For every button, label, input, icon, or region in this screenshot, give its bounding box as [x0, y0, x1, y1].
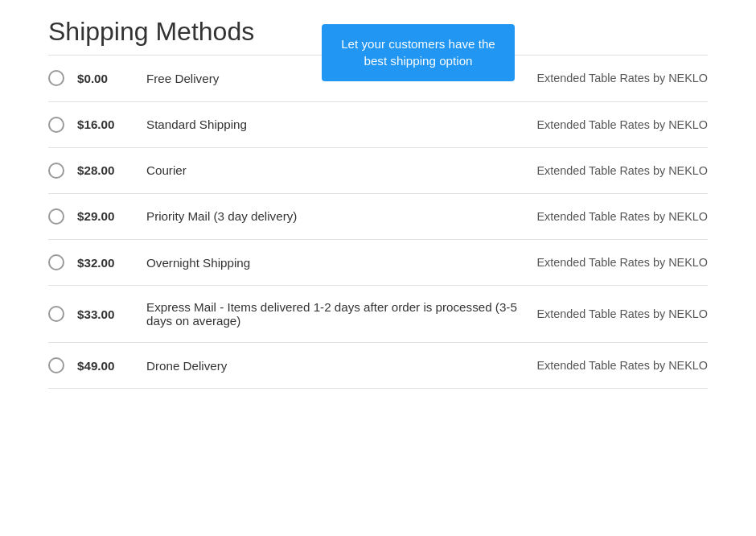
shipping-price: $33.00: [77, 307, 134, 321]
shipping-price: $32.00: [77, 256, 134, 270]
shipping-radio[interactable]: [48, 70, 64, 86]
shipping-name: Overnight Shipping: [146, 256, 536, 270]
shipping-name: Priority Mail (3 day delivery): [146, 209, 536, 223]
shipping-provider: Extended Table Rates by NEKLO: [536, 306, 708, 322]
shipping-price: $28.00: [77, 163, 134, 177]
shipping-radio[interactable]: [48, 357, 64, 373]
shipping-name: Courier: [146, 163, 536, 177]
shipping-name: Standard Shipping: [146, 118, 536, 131]
shipping-row: $16.00Standard ShippingExtended Table Ra…: [48, 102, 708, 148]
shipping-provider: Extended Table Rates by NEKLO: [536, 254, 708, 270]
shipping-list: $0.00Free DeliveryExtended Table Rates b…: [48, 55, 708, 389]
shipping-price: $0.00: [77, 72, 134, 85]
shipping-radio[interactable]: [48, 306, 64, 322]
shipping-price: $29.00: [77, 209, 134, 223]
shipping-radio[interactable]: [48, 208, 64, 225]
shipping-radio[interactable]: [48, 254, 64, 270]
shipping-provider: Extended Table Rates by NEKLO: [536, 163, 708, 179]
shipping-provider: Extended Table Rates by NEKLO: [536, 117, 708, 133]
shipping-provider: Extended Table Rates by NEKLO: [536, 357, 708, 373]
shipping-radio[interactable]: [48, 163, 64, 179]
shipping-row: $28.00CourierExtended Table Rates by NEK…: [48, 148, 708, 194]
shipping-price: $49.00: [77, 359, 134, 373]
shipping-name: Express Mail - Items delivered 1-2 days …: [146, 300, 536, 328]
page-title: Shipping Methods: [48, 16, 254, 47]
shipping-provider: Extended Table Rates by NEKLO: [536, 70, 708, 86]
shipping-row: $29.00Priority Mail (3 day delivery)Exte…: [48, 194, 708, 240]
shipping-row: $32.00Overnight ShippingExtended Table R…: [48, 240, 708, 286]
page-header: Shipping Methods Let your customers have…: [48, 16, 708, 47]
shipping-price: $16.00: [77, 118, 134, 131]
shipping-radio[interactable]: [48, 117, 64, 133]
tooltip-bubble: Let your customers have the best shippin…: [322, 24, 515, 81]
shipping-row: $49.00Drone DeliveryExtended Table Rates…: [48, 343, 708, 389]
shipping-name: Drone Delivery: [146, 359, 536, 373]
shipping-row: $33.00Express Mail - Items delivered 1-2…: [48, 286, 708, 343]
shipping-provider: Extended Table Rates by NEKLO: [536, 208, 708, 225]
